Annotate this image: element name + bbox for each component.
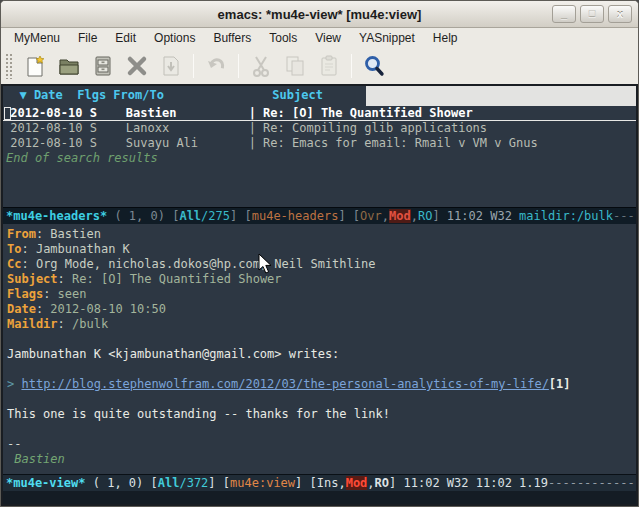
- message-field-to: To: Jambunathan K: [7, 242, 636, 257]
- headers-column-headerline: ▼ Date Flgs From/To Subject: [3, 86, 636, 106]
- tool-bar: [1, 48, 638, 84]
- headers-column-titles: ▼ Date Flgs From/To Subject: [3, 86, 366, 106]
- maximize-button[interactable]: □: [580, 5, 604, 23]
- toolbar-separator: [351, 54, 352, 78]
- new-file-icon[interactable]: [20, 51, 50, 81]
- message-field-maildir: Maildir: /bulk: [7, 317, 636, 332]
- toolbar-drag-handle[interactable]: [5, 53, 14, 79]
- text-cursor: [4, 107, 11, 120]
- minibuffer-echo-area[interactable]: [3, 491, 636, 504]
- emacs-window: emacs: *mu4e-view* [mu4e:view] _ □ x MyM…: [0, 0, 639, 507]
- toolbar-separator: [193, 54, 194, 78]
- message-field-subject: Subject: Re: [O] The Quantified Shower: [7, 272, 636, 287]
- cut-icon[interactable]: [246, 51, 276, 81]
- mu4e-view-pane: From: Bastien To: Jambunathan K Cc: Org …: [3, 224, 636, 474]
- menu-yasnippet[interactable]: YASnippet: [350, 29, 424, 47]
- save-as-icon[interactable]: [156, 51, 186, 81]
- footnote-ref: [1]: [549, 377, 571, 391]
- minimize-button[interactable]: _: [552, 5, 576, 23]
- end-of-search-results-label: End of search results: [3, 151, 636, 166]
- message-field-date: Date: 2012-08-10 10:50: [7, 302, 636, 317]
- message-attribution-line: Jambunathan K <kjambunathan@gmail.com> w…: [7, 347, 636, 362]
- header-row-selected[interactable]: 2012-08-10 S Bastien | Re: [O] The Quant…: [3, 106, 636, 121]
- header-row[interactable]: 2012-08-10 S Lanoxx | Re: Compiling glib…: [3, 121, 636, 136]
- message-field-from: From: Bastien: [7, 227, 636, 242]
- close-buffer-icon[interactable]: [122, 51, 152, 81]
- menu-help[interactable]: Help: [424, 29, 467, 47]
- emacs-frame: ▼ Date Flgs From/To Subject 2012-08-10 S…: [1, 84, 638, 506]
- blank-line: [7, 392, 636, 407]
- menu-view[interactable]: View: [306, 29, 350, 47]
- undo-icon[interactable]: [201, 51, 231, 81]
- mouse-pointer: [258, 253, 273, 275]
- menu-options[interactable]: Options: [145, 29, 204, 47]
- save-buffer-icon[interactable]: [88, 51, 118, 81]
- message-link[interactable]: http://blog.stephenwolfram.com/2012/03/t…: [21, 377, 548, 391]
- blank-line: [7, 422, 636, 437]
- menu-file[interactable]: File: [69, 29, 106, 47]
- paste-icon[interactable]: [314, 51, 344, 81]
- signature-separator: --: [7, 437, 636, 452]
- window-title: emacs: *mu4e-view* [mu4e:view]: [1, 7, 638, 22]
- window-controls: _ □ x: [552, 5, 632, 23]
- mu4e-headers-modeline: *mu4e-headers* ( 1, 0) [All/275] [mu4e-h…: [3, 207, 636, 224]
- message-body-line: This one is quite outstanding -- thanks …: [7, 407, 636, 422]
- mu4e-view-modeline: *mu4e-view* ( 1, 0) [All/372] [mu4e:view…: [3, 474, 636, 491]
- quoted-line: > http://blog.stephenwolfram.com/2012/03…: [7, 377, 636, 392]
- message-field-cc: Cc: Org Mode, nicholas.dokos@hp.com, Nei…: [7, 257, 636, 272]
- message-field-flags: Flags: seen: [7, 287, 636, 302]
- toolbar-separator: [238, 54, 239, 78]
- menu-buffers[interactable]: Buffers: [204, 29, 260, 47]
- close-button[interactable]: x: [608, 5, 632, 23]
- mu4e-headers-pane: 2012-08-10 S Bastien | Re: [O] The Quant…: [3, 106, 636, 207]
- menu-mymenu[interactable]: MyMenu: [5, 29, 69, 47]
- blank-line: [7, 362, 636, 377]
- menu-edit[interactable]: Edit: [106, 29, 145, 47]
- menu-tools[interactable]: Tools: [260, 29, 306, 47]
- menu-bar: MyMenu File Edit Options Buffers Tools V…: [1, 28, 638, 48]
- title-bar[interactable]: emacs: *mu4e-view* [mu4e:view] _ □ x: [1, 1, 638, 28]
- blank-line: [7, 332, 636, 347]
- header-row[interactable]: 2012-08-10 S Suvayu Ali | Re: Emacs for …: [3, 136, 636, 151]
- quote-prefix: >: [7, 377, 21, 391]
- search-icon[interactable]: [359, 51, 389, 81]
- copy-icon[interactable]: [280, 51, 310, 81]
- open-folder-icon[interactable]: [54, 51, 84, 81]
- signature-name: Bastien: [7, 452, 636, 467]
